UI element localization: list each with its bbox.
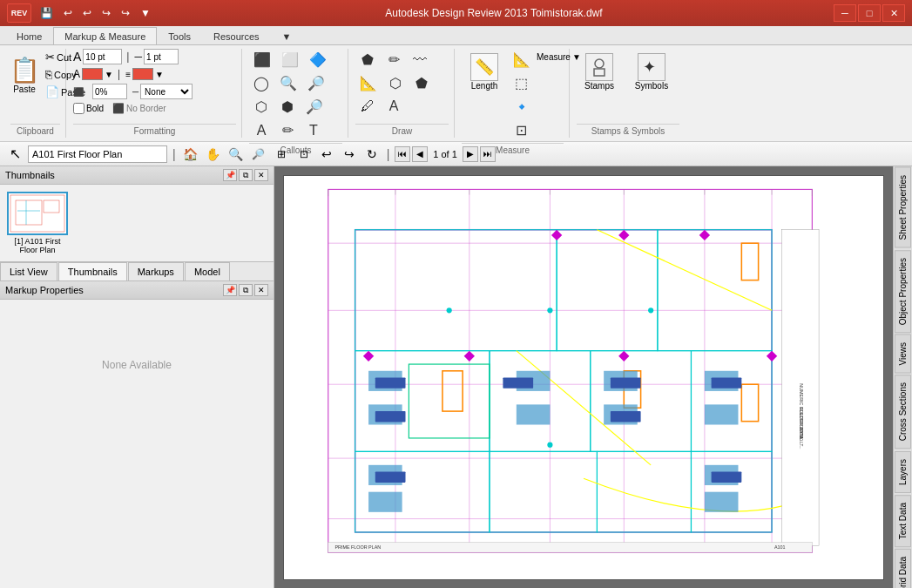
quick-undo-btn2[interactable]: ↩ [79, 5, 95, 21]
callout-btn-6[interactable]: 🔎 [303, 72, 329, 94]
forward-btn[interactable]: ↪ [340, 145, 359, 164]
tab-home[interactable]: Home [5, 27, 53, 44]
quick-redo-btn2[interactable]: ↪ [118, 5, 133, 21]
thumbnail-item-1[interactable]: [1] A101 FirstFloor Plan [7, 192, 68, 254]
tab-thumbnails[interactable]: Thumbnails [58, 262, 127, 280]
symbols-button[interactable]: ✦ Symbols [629, 49, 674, 95]
font-color-icon: A [73, 68, 80, 80]
callout-icon-4: ◯ [253, 75, 269, 91]
draw-btn-1[interactable]: ⬟ [355, 49, 380, 71]
tab-markup-measure[interactable]: Markup & Measure [53, 27, 157, 44]
callout-btn-11[interactable]: ✏ [275, 119, 300, 141]
line-weight-input[interactable] [144, 49, 179, 64]
last-page-btn[interactable]: ⏭ [480, 146, 496, 162]
zoom-out-btn[interactable]: 🔎 [249, 145, 268, 164]
quick-undo-btn[interactable]: ↩ [60, 5, 76, 21]
paste-icon: 📋 [10, 56, 40, 84]
maximize-btn[interactable]: □ [858, 4, 881, 22]
fmt-row-4: Bold ⬛ No Border [73, 103, 166, 114]
measure-btn-1[interactable]: 📐 [509, 49, 535, 71]
font-size-input[interactable] [83, 49, 122, 64]
measure-btn-4[interactable]: ⊡ [509, 119, 533, 141]
paste-button[interactable]: 📋 Paste [10, 49, 38, 101]
svg-rect-64 [375, 472, 406, 483]
tab-markups[interactable]: Markups [128, 262, 184, 280]
close-btn[interactable]: ✕ [882, 4, 905, 22]
right-tab-cross-sections[interactable]: Cross Sections [895, 375, 911, 449]
callout-icon-10: A [257, 123, 267, 139]
right-tab-object-properties[interactable]: Object Properties [895, 250, 911, 333]
tab-more[interactable]: ▼ [271, 27, 303, 44]
stamps-button[interactable]: Stamps [577, 49, 622, 95]
callout-btn-8[interactable]: ⬢ [275, 96, 300, 118]
transparency-input[interactable] [92, 84, 127, 99]
callout-btn-1[interactable]: ⬛ [249, 49, 275, 71]
left-panel: Thumbnails 📌 ⧉ ✕ [0, 166, 274, 588]
callout-btn-4[interactable]: ◯ [249, 72, 274, 94]
quick-redo-btn[interactable]: ↪ [98, 5, 114, 21]
zoom-extent-btn[interactable]: ⊡ [294, 145, 314, 164]
markup-properties-title: Markup Properties [5, 285, 84, 295]
font-color-swatch[interactable] [82, 68, 103, 80]
rotate-btn[interactable]: ↻ [362, 145, 382, 164]
right-tab-layers[interactable]: Layers [895, 451, 911, 493]
right-tab-grid-data[interactable]: Grid Data [895, 549, 911, 588]
draw-btn-2[interactable]: ✏ [382, 49, 406, 71]
tab-model[interactable]: Model [185, 262, 230, 280]
minimize-btn[interactable]: ─ [834, 4, 856, 22]
canvas-area[interactable]: NUMERIC FOLDER DATA ELECTRICITY M... ACT… [274, 166, 893, 588]
next-page-btn[interactable]: ▶ [463, 146, 478, 162]
panel-close-btn[interactable]: ✕ [254, 169, 268, 181]
draw-btn-3[interactable]: 〰 [408, 49, 432, 71]
border-select[interactable]: None [140, 84, 193, 99]
mp-popout-btn[interactable]: ⧉ [239, 284, 253, 296]
tab-tools[interactable]: Tools [157, 27, 202, 44]
draw-btn-5[interactable]: ⬡ [383, 72, 408, 94]
draw-content: ⬟ ✏ 〰 📐 ⬡ ⬟ 🖊 A [355, 49, 449, 122]
draw-btn-8[interactable]: A [382, 96, 406, 117]
callout-btn-3[interactable]: 🔷 [305, 49, 331, 71]
tab-resources[interactable]: Resources [202, 27, 271, 44]
zoom-in-btn[interactable]: 🔍 [226, 145, 246, 164]
border-label: ─ [132, 87, 138, 97]
pan-btn[interactable]: ✋ [204, 145, 223, 164]
quick-more-btn[interactable]: ▼ [137, 5, 154, 21]
mp-pin-btn[interactable]: 📌 [223, 284, 237, 296]
back-btn[interactable]: ↩ [317, 145, 336, 164]
bold-input[interactable] [73, 103, 84, 114]
home-view-btn[interactable]: 🏠 [181, 145, 200, 164]
prev-page-btn[interactable]: ◀ [412, 146, 428, 162]
callout-btn-10[interactable]: A [249, 119, 274, 141]
draw-btn-4[interactable]: 📐 [355, 72, 382, 94]
right-tab-sheet-properties[interactable]: Sheet Properties [895, 167, 911, 248]
tab-list-view[interactable]: List View [0, 262, 57, 280]
callout-btn-5[interactable]: 🔍 [275, 72, 301, 94]
measure-btn-3[interactable]: 🔹 [509, 96, 535, 118]
panel-popout-btn[interactable]: ⧉ [239, 169, 253, 181]
callout-btn-9[interactable]: 🔎 [301, 96, 328, 118]
zoom-window-btn[interactable]: ⊞ [272, 145, 291, 164]
callout-btn-7[interactable]: ⬡ [249, 96, 274, 118]
callout-btn-12[interactable]: T [301, 119, 326, 141]
callouts-row1: ⬛ ⬜ 🔷 ◯ 🔍 🔎 [249, 49, 342, 141]
measure-btn-2[interactable]: ⬚ [509, 72, 533, 94]
callout-btn-2[interactable]: ⬜ [277, 49, 303, 71]
svg-rect-47 [705, 404, 739, 424]
fill-label: ⬛ [112, 103, 125, 114]
view-selector[interactable] [28, 145, 167, 163]
panel-pin-btn[interactable]: 📌 [223, 169, 237, 181]
line-color-swatch[interactable] [132, 68, 153, 80]
length-button[interactable]: 📏 Length [462, 49, 507, 95]
bold-checkbox[interactable]: Bold [73, 103, 104, 114]
right-tab-views[interactable]: Views [895, 335, 911, 374]
draw-btn-6[interactable]: ⬟ [409, 72, 434, 94]
copy-icon: ⎘ [45, 68, 52, 81]
pointer-tool-btn[interactable]: ↖ [5, 145, 24, 164]
right-tab-text-data[interactable]: Text Data [895, 495, 911, 547]
draw-btn-7[interactable]: 🖊 [355, 96, 380, 117]
draw-icon-2: ✏ [388, 51, 400, 68]
mp-close-btn[interactable]: ✕ [254, 284, 268, 296]
first-page-btn[interactable]: ⏮ [395, 146, 410, 162]
thumbnail-area: [1] A101 FirstFloor Plan [0, 185, 274, 261]
quick-save-btn[interactable]: 💾 [37, 5, 57, 21]
